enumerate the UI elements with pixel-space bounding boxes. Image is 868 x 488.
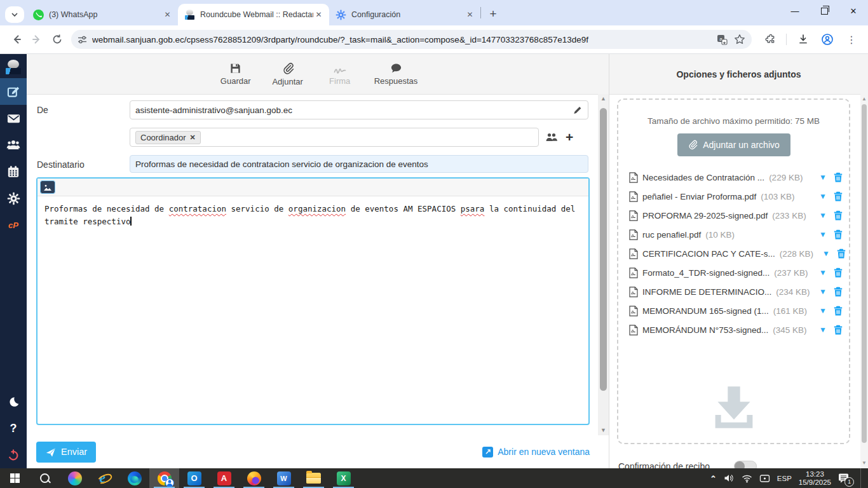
scrollbar-thumb[interactable]: [862, 104, 867, 443]
wifi-icon[interactable]: [742, 474, 752, 483]
excel-taskbar-button[interactable]: [329, 468, 358, 488]
tab-search-button[interactable]: [5, 6, 24, 23]
recipient-chip[interactable]: Coordinador ✕: [135, 131, 201, 144]
tab-close-icon[interactable]: ✕: [465, 10, 475, 20]
close-button[interactable]: ✕: [839, 0, 868, 22]
scroll-up-icon[interactable]: ▲: [860, 95, 868, 103]
attachment-row[interactable]: Formato_4_TDR-signed-signed... (237 KB) …: [629, 263, 843, 282]
extensions-button[interactable]: [759, 29, 780, 50]
volume-icon[interactable]: [724, 473, 735, 483]
outlook-taskbar-button[interactable]: [179, 468, 209, 488]
attachment-menu-icon[interactable]: ▼: [819, 192, 827, 201]
file-explorer-taskbar-button[interactable]: [299, 468, 329, 488]
delete-attachment-icon[interactable]: [834, 325, 843, 335]
tab-close-icon[interactable]: ✕: [162, 10, 173, 20]
attachment-row[interactable]: CERTIFICACION PAC Y CATE-s... (228 KB) ▼: [629, 244, 843, 263]
browser-tab[interactable]: Configuración ✕: [329, 4, 480, 25]
internet-explorer-taskbar-button[interactable]: [90, 468, 119, 488]
sidebar-item-cpanel[interactable]: cP: [0, 212, 27, 238]
copilot-taskbar-button[interactable]: [60, 468, 90, 488]
address-book-icon[interactable]: [545, 132, 558, 142]
sidebar-item-settings[interactable]: [0, 185, 27, 212]
attachment-row[interactable]: INFORME DE DETERMINACIO... (234 KB) ▼: [629, 282, 843, 301]
firefox-taskbar-button[interactable]: [239, 468, 269, 488]
translate-icon[interactable]: a: [717, 34, 728, 45]
restore-button[interactable]: [810, 0, 839, 22]
compose-scrollbar[interactable]: ▲ ▼: [598, 94, 609, 435]
attachment-menu-icon[interactable]: ▼: [819, 230, 827, 239]
help-button[interactable]: ?: [0, 415, 27, 442]
sidebar-item-mail[interactable]: [0, 105, 27, 132]
delete-attachment-icon[interactable]: [837, 248, 846, 259]
search-taskbar-button[interactable]: [30, 468, 60, 488]
attach-file-button[interactable]: Adjuntar un archivo: [677, 133, 790, 156]
dark-mode-button[interactable]: [0, 388, 27, 415]
chrome-menu-button[interactable]: ⋮: [841, 29, 862, 50]
delete-attachment-icon[interactable]: [834, 268, 843, 278]
attachment-row[interactable]: MEMORÁNDUM N°753-signed... (345 KB) ▼: [629, 320, 843, 339]
tray-expand-icon[interactable]: ⌃: [710, 474, 717, 484]
chrome-taskbar-button[interactable]: [149, 468, 179, 488]
reload-button[interactable]: [47, 29, 67, 50]
scroll-up-icon[interactable]: ▲: [598, 94, 609, 104]
attachment-menu-icon[interactable]: ▼: [819, 211, 827, 220]
profile-button[interactable]: [817, 29, 837, 50]
signature-button[interactable]: Firma: [322, 63, 358, 86]
start-taskbar-button[interactable]: [0, 468, 30, 488]
to-field[interactable]: Coordinador ✕: [130, 128, 539, 147]
attachment-row[interactable]: ruc penafiel.pdf (10 KB) ▼: [629, 225, 843, 244]
attachment-menu-icon[interactable]: ▼: [819, 325, 827, 334]
logout-button[interactable]: [0, 442, 27, 468]
scrollbar-thumb[interactable]: [600, 108, 607, 391]
delete-attachment-icon[interactable]: [834, 191, 843, 201]
responses-button[interactable]: Respuestas: [374, 62, 418, 86]
address-bar[interactable]: webmail.sanjuan.gob.ec/cpsess7628851209/…: [71, 30, 752, 49]
attachment-row[interactable]: peñafiel - Enviar Proforma.pdf (103 KB) …: [629, 187, 843, 206]
sidebar-item-calendar[interactable]: [0, 158, 27, 185]
browser-tab[interactable]: Roundcube Webmail :: Redactar ✕: [178, 4, 329, 25]
word-taskbar-button[interactable]: [269, 468, 299, 488]
acrobat-taskbar-button[interactable]: [209, 468, 239, 488]
delete-attachment-icon[interactable]: [834, 172, 843, 182]
delete-attachment-icon[interactable]: [834, 287, 843, 297]
delete-attachment-icon[interactable]: [834, 210, 843, 220]
bookmark-star-icon[interactable]: [734, 34, 745, 45]
subject-field[interactable]: Proformas de necesidad de contratacion s…: [130, 155, 588, 173]
from-value[interactable]: asistente-administrativo@sanjuan.gob.ec: [135, 105, 573, 115]
notification-center-button[interactable]: 1: [838, 473, 851, 484]
browser-tab[interactable]: (3) WhatsApp ✕: [27, 4, 178, 25]
add-recipient-icon[interactable]: +: [566, 131, 573, 144]
options-scrollbar[interactable]: ▲ ▼: [860, 94, 868, 468]
attachment-menu-icon[interactable]: ▼: [819, 173, 827, 182]
save-button[interactable]: Guardar: [218, 62, 254, 86]
url-text[interactable]: webmail.sanjuan.gob.ec/cpsess7628851209/…: [92, 35, 717, 44]
language-indicator[interactable]: ESP: [777, 475, 792, 482]
attachment-dropzone[interactable]: Tamaño de archivo máximo permitido: 75 M…: [617, 98, 850, 444]
delete-attachment-icon[interactable]: [834, 229, 843, 240]
attach-button[interactable]: Adjuntar: [270, 62, 306, 86]
downloads-button[interactable]: [793, 29, 813, 50]
scroll-down-icon[interactable]: ▼: [860, 459, 868, 467]
attachment-menu-icon[interactable]: ▼: [819, 268, 827, 277]
scroll-down-icon[interactable]: ▼: [598, 426, 609, 435]
tab-close-icon[interactable]: ✕: [313, 10, 324, 20]
insert-image-button[interactable]: [41, 181, 55, 193]
attachment-row[interactable]: MEMORANDUM 165-signed (1... (161 KB) ▼: [629, 301, 843, 320]
meet-now-icon[interactable]: [759, 474, 770, 483]
send-button[interactable]: Enviar: [36, 442, 96, 463]
subject-value[interactable]: Proformas de necesidad de contratacion s…: [135, 159, 583, 169]
open-in-new-window-link[interactable]: Abrir en nueva ventana: [482, 447, 590, 458]
message-editor[interactable]: Proformas de necesidad de contratacion s…: [36, 177, 590, 425]
edit-identity-icon[interactable]: [573, 105, 583, 115]
forward-button[interactable]: [27, 29, 47, 50]
attachment-menu-icon[interactable]: ▼: [819, 287, 827, 296]
message-body-text[interactable]: Proformas de necesidad de contratacion s…: [37, 196, 591, 228]
sidebar-item-contacts[interactable]: [0, 132, 27, 158]
attachment-menu-icon[interactable]: ▼: [819, 306, 827, 315]
from-field[interactable]: asistente-administrativo@sanjuan.gob.ec: [130, 100, 588, 119]
new-tab-button[interactable]: +: [485, 6, 501, 22]
delete-attachment-icon[interactable]: [834, 306, 843, 316]
remove-recipient-icon[interactable]: ✕: [190, 133, 196, 142]
show-desktop-button[interactable]: [860, 468, 864, 488]
attachment-row[interactable]: Necesidades de Contratación ... (229 KB)…: [629, 168, 843, 187]
